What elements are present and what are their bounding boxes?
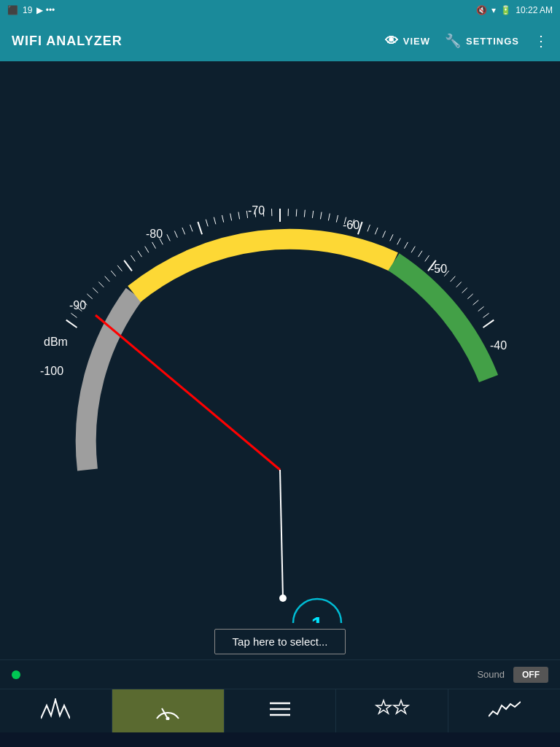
view-button[interactable]: 👁 VIEW <box>385 34 430 49</box>
sound-label: Sound <box>477 669 505 680</box>
svg-line-43 <box>263 209 264 217</box>
svg-line-60 <box>397 238 401 244</box>
svg-text:-100: -100 <box>40 365 63 377</box>
svg-line-58 <box>383 231 386 238</box>
status-bar: ⬛ 19 ▶ ••• 🔇 ▾ 🔋 10:22 AM <box>0 0 560 20</box>
svg-line-22 <box>105 276 110 282</box>
svg-line-59 <box>390 234 393 241</box>
svg-text:-90: -90 <box>69 299 86 311</box>
sound-toggle-button[interactable]: OFF <box>513 667 548 683</box>
status-number: 19 <box>23 5 32 15</box>
status-right: 🔇 ▾ 🔋 10:22 AM <box>476 5 553 15</box>
svg-line-33 <box>182 228 185 234</box>
svg-line-48 <box>304 210 305 217</box>
view-label: VIEW <box>403 36 430 47</box>
svg-line-20 <box>93 288 98 293</box>
svg-line-28 <box>145 247 149 253</box>
svg-line-50 <box>320 212 322 220</box>
svg-line-21 <box>98 282 104 287</box>
svg-line-63 <box>419 251 422 257</box>
nav-item-ap-list[interactable] <box>225 689 337 732</box>
top-bar: WIFI ANALYZER 👁 VIEW 🔧 SETTINGS ⋮ <box>0 20 560 61</box>
svg-line-49 <box>312 211 313 218</box>
tap-select-bar: Tap here to select... <box>0 623 560 659</box>
main-content: dBm -100 -90 -80 -70 -60 -50 -40 <box>0 61 560 659</box>
svg-line-34 <box>190 225 192 231</box>
svg-line-23 <box>111 271 115 276</box>
tap-select-button[interactable]: Tap here to select... <box>214 629 346 654</box>
svg-line-69 <box>456 282 462 287</box>
svg-line-70 <box>462 288 467 293</box>
gauge-nav-icon <box>153 698 182 724</box>
svg-line-36 <box>206 220 208 227</box>
svg-line-68 <box>451 276 456 282</box>
nav-item-best-channel[interactable] <box>336 689 448 732</box>
svg-line-61 <box>404 242 408 249</box>
svg-line-19 <box>87 294 92 299</box>
svg-line-72 <box>473 300 479 304</box>
svg-line-56 <box>368 225 370 231</box>
svg-line-27 <box>138 251 141 257</box>
gauge-svg: dBm -100 -90 -80 -70 -60 -50 -40 <box>0 61 560 659</box>
svg-line-51 <box>328 214 330 221</box>
svg-line-74 <box>483 313 489 317</box>
svg-line-71 <box>467 294 472 299</box>
svg-line-47 <box>296 209 297 217</box>
notification-icon: ⬛ <box>7 5 18 15</box>
signal-dot <box>12 670 20 679</box>
status-dots: ▶ ••• <box>36 5 55 15</box>
svg-marker-81 <box>376 700 391 713</box>
nav-item-time-graph[interactable] <box>448 689 560 732</box>
eye-icon: 👁 <box>385 34 399 49</box>
sound-bar: Sound OFF <box>0 659 560 689</box>
svg-text:dBm: dBm <box>44 336 68 348</box>
svg-line-75 <box>483 320 494 328</box>
svg-line-26 <box>131 255 136 261</box>
svg-line-62 <box>411 247 415 253</box>
svg-line-15 <box>66 320 77 328</box>
svg-line-35 <box>198 222 202 234</box>
app-title: WIFI ANALYZER <box>12 34 122 49</box>
bottom-nav <box>0 689 560 732</box>
svg-line-52 <box>336 215 338 222</box>
mute-icon: 🔇 <box>476 5 487 15</box>
wrench-icon: 🔧 <box>445 33 462 49</box>
kebab-menu-button[interactable]: ⋮ <box>534 32 548 50</box>
svg-line-57 <box>375 228 378 234</box>
settings-button[interactable]: 🔧 SETTINGS <box>445 33 519 49</box>
nav-item-signal-strength[interactable] <box>0 689 112 732</box>
svg-point-10 <box>279 595 287 602</box>
svg-line-29 <box>152 242 156 249</box>
svg-text:-40: -40 <box>490 339 507 352</box>
svg-marker-82 <box>394 700 408 713</box>
svg-text:-70: -70 <box>248 204 265 217</box>
svg-line-64 <box>425 255 429 261</box>
svg-line-73 <box>478 306 484 311</box>
svg-line-37 <box>214 217 216 225</box>
svg-line-9 <box>280 470 283 598</box>
nav-item-channel-meter[interactable] <box>112 689 225 732</box>
top-actions: 👁 VIEW 🔧 SETTINGS ⋮ <box>385 32 548 50</box>
svg-line-16 <box>71 313 77 317</box>
svg-text:-80: -80 <box>146 228 163 240</box>
svg-line-38 <box>222 215 223 222</box>
svg-line-31 <box>167 234 170 241</box>
time-display: 10:22 AM <box>516 5 553 15</box>
svg-line-40 <box>238 212 240 220</box>
status-left: ⬛ 19 ▶ ••• <box>7 5 55 15</box>
history-icon <box>489 698 521 724</box>
list-icon <box>267 699 293 724</box>
wifi-icon: ▾ <box>491 5 496 15</box>
battery-icon: 🔋 <box>500 5 511 15</box>
svg-line-39 <box>230 214 232 221</box>
svg-line-24 <box>117 266 122 271</box>
svg-line-32 <box>174 231 177 238</box>
svg-line-8 <box>96 315 280 470</box>
svg-line-25 <box>124 260 132 271</box>
gauge-container: dBm -100 -90 -80 -70 -60 -50 -40 <box>0 61 560 659</box>
settings-label: SETTINGS <box>466 36 519 47</box>
stars-icon <box>374 699 411 724</box>
peaks-icon <box>41 698 70 724</box>
